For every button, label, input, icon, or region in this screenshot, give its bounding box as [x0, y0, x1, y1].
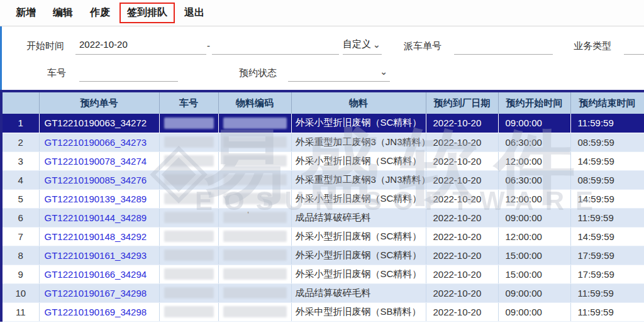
vehicle-no-input[interactable]: [79, 62, 178, 82]
end-time-cell: 17:59:59: [570, 265, 644, 283]
end-time-cell: 11:59:59: [570, 302, 644, 321]
material-code-cell: [218, 189, 291, 208]
start-time-cell: 15:00:00: [498, 265, 570, 283]
redacted-value: [164, 268, 214, 280]
table-row[interactable]: 7 GT12210190148_34292 外采小型折旧废钢（SC精料） 202…: [3, 227, 644, 246]
redacted-value: [223, 268, 287, 280]
header-start-time: 预约开始时间: [498, 92, 570, 114]
table-header: 预约单号 车号 物料编码 物料 预约到厂日期 预约开始时间 预约结束时间: [3, 92, 644, 114]
arrival-date-cell: 2022-10-20: [426, 170, 498, 189]
end-time-cell: 11:59:59: [570, 114, 644, 133]
start-time-cell: 12:00:00: [498, 189, 570, 208]
table-row[interactable]: 9 GT12210190166_34294 外采小型折旧废钢（SC精料） 202…: [3, 265, 644, 283]
order-no-link[interactable]: GT12210190144_34289: [39, 208, 159, 227]
redacted-value: [223, 306, 287, 317]
menu-item-edit[interactable]: 编辑: [53, 6, 73, 19]
row-number-cell: 9: [3, 265, 39, 283]
header-row-number: [3, 92, 39, 114]
row-number-cell: 1: [3, 114, 39, 133]
material-cell: 外采小型折旧废钢（SC精料）: [291, 114, 426, 133]
vehicle-no-cell: [159, 265, 218, 283]
date-range-type-value: 自定义: [343, 38, 371, 50]
redacted-value: [164, 193, 214, 204]
arrival-date-cell: 2022-10-20: [426, 283, 498, 302]
dispatch-no-input[interactable]: [454, 35, 553, 55]
order-no-link[interactable]: GT12210190169_34298: [39, 302, 159, 321]
redacted-value: [164, 212, 214, 223]
header-material: 物料: [291, 92, 426, 114]
redacted-value: [164, 231, 214, 242]
order-no-link[interactable]: GT12210190085_34276: [39, 170, 159, 189]
biz-type-input[interactable]: [624, 35, 644, 55]
table-row[interactable]: 3 GT12210190078_34274 外采小型折旧废钢（SC精料） 202…: [3, 151, 644, 170]
row-number-cell: 4: [3, 170, 39, 189]
arrival-date-cell: 2022-10-20: [426, 189, 498, 208]
row-number-cell: 8: [3, 246, 39, 265]
redacted-value: [164, 136, 214, 148]
redacted-value: [223, 136, 287, 148]
arrival-date-cell: 2022-10-20: [426, 302, 498, 321]
redacted-value: [164, 174, 214, 185]
redacted-value: [223, 155, 287, 167]
table-row[interactable]: 5 GT12210190139_34289 外采小型折旧废钢（SC精料） 202…: [3, 189, 644, 208]
row-number-cell: 2: [3, 133, 39, 151]
header-arrival-date: 预约到厂日期: [426, 92, 498, 114]
date-range-type-select[interactable]: 自定义 ⌄: [343, 35, 382, 55]
end-time-cell: 14:59:59: [570, 189, 644, 208]
dispatch-no-label: 派车单号: [404, 40, 441, 52]
table-row[interactable]: 4 GT12210190085_34276 外采重型加工废钢3（JN3精料） 2…: [3, 170, 644, 189]
vehicle-no-cell: [159, 208, 218, 227]
table-row[interactable]: 2 GT12210190066_34273 外采重型加工废钢3（JN3精料） 2…: [3, 133, 644, 151]
arrival-date-cell: 2022-10-20: [426, 265, 498, 283]
end-time-cell: 08:59:59: [570, 133, 644, 151]
material-cell: 成品结算破碎毛料: [291, 283, 426, 302]
menu-item-exit[interactable]: 退出: [184, 6, 204, 19]
table-row[interactable]: 6 GT12210190144_34289 ' 成品结算破碎毛料 2022-10…: [3, 208, 644, 227]
menu-item-checkin-queue[interactable]: 签到排队: [119, 3, 175, 23]
row-number-cell: 10: [3, 283, 39, 302]
material-cell: 外采重型加工废钢3（JN3精料）: [291, 170, 426, 189]
menu-item-new[interactable]: 新增: [16, 6, 36, 19]
header-order-no: 预约单号: [39, 92, 159, 114]
arrival-date-cell: 2022-10-20: [426, 208, 498, 227]
reserve-status-label: 预约状态: [239, 67, 277, 79]
start-time-cell: 12:00:00: [498, 227, 570, 246]
chevron-down-icon: ⌄: [373, 41, 380, 48]
redacted-value: [164, 155, 214, 167]
order-no-link[interactable]: GT12210190078_34274: [39, 151, 159, 170]
vehicle-no-cell: [159, 151, 218, 170]
table-row[interactable]: 8 GT12210190161_34293 外采小型折旧废钢（SC精料） 202…: [3, 246, 644, 265]
reserve-status-select[interactable]: ⌄: [288, 62, 390, 82]
material-code-cell: [218, 151, 291, 170]
order-no-link[interactable]: GT12210190063_34272: [39, 114, 159, 133]
order-no-link[interactable]: GT12210190166_34294: [39, 265, 159, 283]
vehicle-no-cell: [159, 302, 218, 321]
start-date-input[interactable]: [75, 35, 206, 55]
start-time-cell: 09:00:00: [498, 114, 570, 133]
order-no-link[interactable]: GT12210190066_34273: [39, 133, 159, 151]
row-number-cell: 3: [3, 151, 39, 170]
end-time-cell: 08:59:59: [570, 170, 644, 189]
table-row[interactable]: 10 GT12210190167_34298 成品结算破碎毛料 2022-10-…: [3, 283, 644, 302]
table-row[interactable]: 1 GT12210190063_34272 外采小型折旧废钢（SC精料） 202…: [3, 114, 644, 133]
menu-item-void[interactable]: 作废: [90, 6, 110, 19]
order-no-link[interactable]: GT12210190139_34289: [39, 189, 159, 208]
chevron-down-icon: ⌄: [380, 68, 387, 75]
end-time-cell: 14:59:59: [570, 227, 644, 246]
order-no-link[interactable]: GT12210190167_34298: [39, 283, 159, 302]
start-time-label: 开始时间: [26, 40, 64, 52]
end-time-cell: 11:59:59: [570, 283, 644, 302]
filter-panel: 开始时间 - 自定义 ⌄ 派车单号 业务类型 车号 预约状态 ⌄: [0, 26, 644, 90]
material-code-cell: ': [218, 208, 291, 227]
arrival-date-cell: 2022-10-20: [426, 114, 498, 133]
start-time-cell: 09:00:00: [498, 283, 570, 302]
table-row[interactable]: 11 GT12210190169_34298 外采中型折旧废钢（SB精料） 20…: [3, 302, 644, 321]
header-vehicle-no: 车号: [159, 92, 218, 114]
toolbar: 新增 编辑 作废 签到排队 退出: [0, 0, 644, 26]
order-no-link[interactable]: GT12210190148_34292: [39, 227, 159, 246]
row-number-cell: 11: [3, 302, 39, 321]
material-cell: 外采小型折旧废钢（SC精料）: [291, 265, 426, 283]
order-no-link[interactable]: GT12210190161_34293: [39, 246, 159, 265]
end-date-input[interactable]: [212, 35, 339, 55]
start-time-cell: 09:00:00: [498, 208, 570, 227]
